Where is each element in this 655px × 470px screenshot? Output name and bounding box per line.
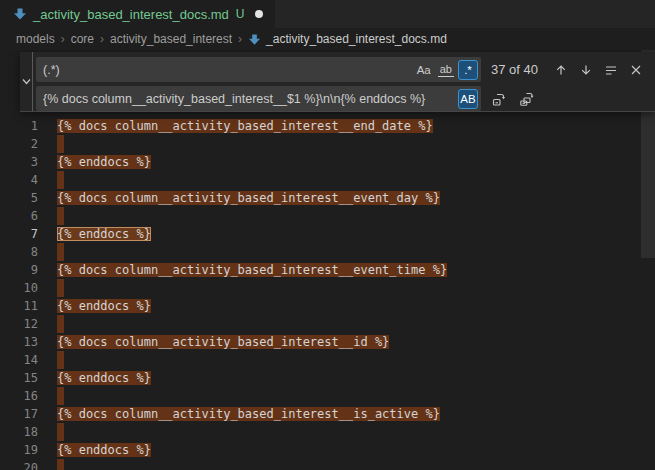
replace-input[interactable]: {% docs column__activity_based_interest_… [36,86,481,111]
regex-toggle[interactable]: .* [458,60,478,80]
line-content[interactable] [57,207,64,225]
find-input-value[interactable]: (.*) [43,63,412,77]
three-lines-icon [604,63,618,77]
tab-activity-based-interest-docs[interactable]: _activity_based_interest_docs.md U [0,0,275,28]
find-match-highlight [57,135,64,153]
editor-line[interactable]: 15{% enddocs %} [0,369,655,387]
find-match-highlight [57,315,64,333]
find-replace-widget: (.*) Aa ab .* 37 of 40 [20,52,655,112]
line-content[interactable] [57,135,64,153]
line-content[interactable] [57,351,64,369]
preserve-case-toggle[interactable]: AB [458,89,478,109]
line-content[interactable] [57,387,64,405]
line-number: 18 [0,423,38,441]
find-in-selection-button[interactable] [600,59,621,80]
arrow-down-icon [579,63,593,77]
find-row: (.*) Aa ab .* 37 of 40 [36,57,650,82]
line-content[interactable] [57,243,64,261]
editor-line[interactable]: 19{% enddocs %} [0,441,655,459]
editor-line[interactable]: 13{% docs column__activity_based_interes… [0,333,655,351]
editor-line[interactable]: 2 [0,135,655,153]
editor-line[interactable]: 17{% docs column__activity_based_interes… [0,405,655,423]
find-match-highlight: {% enddocs %} [57,155,151,169]
line-content[interactable]: {% enddocs %} [57,297,151,315]
line-content[interactable] [57,315,64,333]
editor-line[interactable]: 4 [0,171,655,189]
find-match-highlight: {% docs column__activity_based_interest_… [57,119,433,133]
editor-line[interactable]: 16 [0,387,655,405]
find-match-highlight [57,243,64,261]
editor-line[interactable]: 5{% docs column__activity_based_interest… [0,189,655,207]
editor-line[interactable]: 20 [0,459,655,470]
current-find-match: {% enddocs %} [57,227,151,241]
line-number: 9 [0,261,38,279]
line-number: 2 [0,135,38,153]
line-content[interactable] [57,171,64,189]
line-content[interactable] [57,459,64,470]
toggle-replace-button[interactable] [20,52,33,111]
editor-line[interactable]: 3{% enddocs %} [0,153,655,171]
editor-line[interactable]: 1{% docs column__activity_based_interest… [0,117,655,135]
editor-line[interactable]: 9{% docs column__activity_based_interest… [0,261,655,279]
close-icon [630,64,642,76]
line-number: 14 [0,351,38,369]
git-untracked-badge: U [236,7,245,21]
editor-line[interactable]: 12 [0,315,655,333]
arrow-up-icon [554,63,568,77]
line-number: 3 [0,153,38,171]
editor-line[interactable]: 11{% enddocs %} [0,297,655,315]
editor-line[interactable]: 14 [0,351,655,369]
line-content[interactable]: {% docs column__activity_based_interest_… [57,405,440,423]
find-match-highlight [57,171,64,189]
line-number: 12 [0,315,38,333]
find-input[interactable]: (.*) Aa ab .* [36,57,481,82]
line-number: 7 [0,225,38,243]
modified-dot-icon[interactable] [255,10,263,18]
editor-line[interactable]: 8 [0,243,655,261]
breadcrumb-file[interactable]: _activity_based_interest_docs.md [248,32,447,46]
line-content[interactable]: {% docs column__activity_based_interest_… [57,189,440,207]
dbt-down-arrow-icon [248,33,261,46]
line-content[interactable]: {% enddocs %} [57,441,151,459]
find-match-highlight: {% enddocs %} [57,443,151,457]
replace-button[interactable] [488,88,509,109]
breadcrumb-separator-icon: › [61,32,65,46]
breadcrumb: models › core › activity_based_interest … [0,28,655,50]
find-match-highlight: {% docs column__activity_based_interest_… [57,263,447,277]
line-content[interactable] [57,279,64,297]
editor-line[interactable]: 6 [0,207,655,225]
whole-word-toggle[interactable]: ab [436,60,456,80]
find-match-highlight [57,459,64,470]
line-content[interactable]: {% docs column__activity_based_interest_… [57,333,389,351]
line-number: 15 [0,369,38,387]
previous-match-button[interactable] [550,59,571,80]
line-number: 1 [0,117,38,135]
close-widget-button[interactable] [625,59,646,80]
editor-line[interactable]: 10 [0,279,655,297]
line-content[interactable]: {% docs column__activity_based_interest_… [57,117,433,135]
match-case-toggle[interactable]: Aa [414,60,434,80]
replace-row: {% docs column__activity_based_interest_… [36,86,650,111]
editor-line[interactable]: 18 [0,423,655,441]
breadcrumb-activity-based-interest[interactable]: activity_based_interest [110,32,232,46]
line-content[interactable]: {% enddocs %} [57,225,151,243]
find-match-highlight [57,387,64,405]
replace-all-icon [519,91,535,107]
replace-input-value[interactable]: {% docs column__activity_based_interest_… [43,92,456,106]
tab-label: _activity_based_interest_docs.md [33,7,229,22]
breadcrumb-models[interactable]: models [16,32,55,46]
line-number: 17 [0,405,38,423]
line-content[interactable]: {% enddocs %} [57,153,151,171]
line-number: 11 [0,297,38,315]
editor-line[interactable]: 7{% enddocs %} [0,225,655,243]
line-number: 13 [0,333,38,351]
chevron-down-icon [21,73,32,91]
line-content[interactable]: {% enddocs %} [57,369,151,387]
editor[interactable]: 1{% docs column__activity_based_interest… [0,50,655,470]
line-content[interactable] [57,423,64,441]
replace-all-button[interactable] [516,88,537,109]
find-match-highlight [57,279,64,297]
next-match-button[interactable] [575,59,596,80]
breadcrumb-core[interactable]: core [71,32,94,46]
line-content[interactable]: {% docs column__activity_based_interest_… [57,261,447,279]
